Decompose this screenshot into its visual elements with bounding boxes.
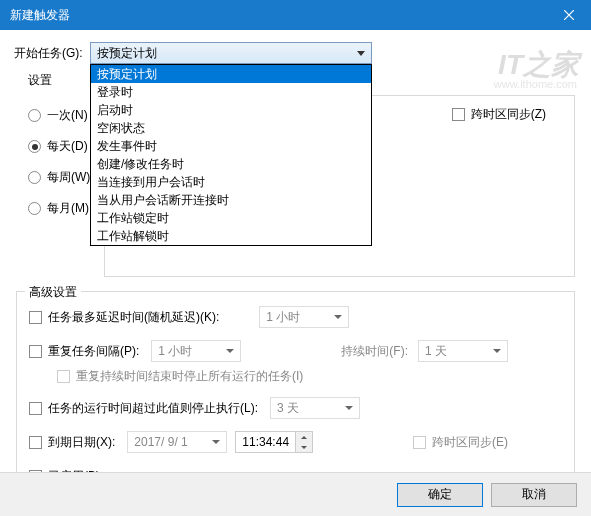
delay-label: 任务最多延迟时间(随机延迟)(K): (48, 309, 219, 326)
cancel-button[interactable]: 取消 (491, 483, 577, 507)
expire-time-spinner[interactable]: 11:34:44 (235, 431, 313, 453)
delay-combo[interactable]: 1 小时 (259, 306, 349, 328)
checkbox-icon (29, 311, 42, 324)
duration-combo[interactable]: 1 天 (418, 340, 508, 362)
chevron-down-icon (226, 349, 234, 353)
stop-at-end-checkbox (57, 370, 70, 383)
dropdown-option[interactable]: 工作站锁定时 (91, 209, 371, 227)
begin-task-label: 开始任务(G): (14, 45, 90, 62)
dropdown-option[interactable]: 当连接到用户会话时 (91, 173, 371, 191)
tz-sync-checkbox[interactable]: 跨时区同步(Z) (452, 106, 546, 123)
chevron-down-icon (357, 51, 365, 56)
duration-value: 1 天 (425, 343, 447, 360)
expire-time: 11:34:44 (236, 435, 295, 449)
expire-date-picker[interactable]: 2017/ 9/ 1 (127, 431, 227, 453)
checkbox-icon (29, 402, 42, 415)
dropdown-option[interactable]: 创建/修改任务时 (91, 155, 371, 173)
radio-icon (28, 140, 41, 153)
advanced-legend: 高级设置 (25, 284, 81, 301)
begin-task-dropdown-list: 按预定计划 登录时 启动时 空闲状态 发生事件时 创建/修改任务时 当连接到用户… (90, 64, 372, 246)
dropdown-option[interactable]: 启动时 (91, 101, 371, 119)
checkbox-icon (452, 108, 465, 121)
stop-after-combo[interactable]: 3 天 (270, 397, 360, 419)
radio-monthly-label: 每月(M) (47, 200, 89, 217)
delay-value: 1 小时 (266, 309, 300, 326)
repeat-checkbox[interactable]: 重复任务间隔(P): (29, 343, 151, 360)
radio-icon (28, 202, 41, 215)
radio-weekly-label: 每周(W) (47, 169, 90, 186)
stop-after-checkbox[interactable]: 任务的运行时间超过此值则停止执行(L): (29, 400, 270, 417)
spinner-up-icon[interactable] (296, 432, 312, 442)
delay-checkbox[interactable]: 任务最多延迟时间(随机延迟)(K): (29, 309, 231, 326)
stop-after-value: 3 天 (277, 400, 299, 417)
expire-checkbox[interactable]: 到期日期(X): (29, 434, 127, 451)
stop-after-label: 任务的运行时间超过此值则停止执行(L): (48, 400, 258, 417)
radio-once-label: 一次(N) (47, 107, 88, 124)
chevron-down-icon (334, 315, 342, 319)
stop-at-end-label: 重复持续时间结束时停止所有运行的任务(I) (76, 368, 303, 385)
chevron-down-icon (345, 406, 353, 410)
dropdown-option[interactable]: 按预定计划 (91, 65, 371, 83)
expire-date: 2017/ 9/ 1 (134, 435, 187, 449)
checkbox-icon (413, 436, 426, 449)
begin-task-dropdown[interactable]: 按预定计划 (90, 42, 372, 64)
duration-label: 持续时间(F): (341, 343, 408, 360)
dropdown-option[interactable]: 空闲状态 (91, 119, 371, 137)
close-icon (564, 10, 574, 20)
expire-label: 到期日期(X): (48, 434, 115, 451)
close-button[interactable] (546, 0, 591, 30)
checkbox-icon (29, 345, 42, 358)
expire-tz-checkbox: 跨时区同步(E) (413, 434, 508, 451)
radio-icon (28, 171, 41, 184)
expire-tz-label: 跨时区同步(E) (432, 434, 508, 451)
radio-daily-label: 每天(D) (47, 138, 88, 155)
ok-button[interactable]: 确定 (397, 483, 483, 507)
chevron-down-icon (212, 440, 220, 444)
dropdown-option[interactable]: 登录时 (91, 83, 371, 101)
repeat-interval-combo[interactable]: 1 小时 (151, 340, 241, 362)
dropdown-option[interactable]: 工作站解锁时 (91, 227, 371, 245)
checkbox-icon (29, 436, 42, 449)
begin-task-selected: 按预定计划 (97, 45, 157, 62)
window-title: 新建触发器 (10, 7, 546, 24)
chevron-down-icon (493, 349, 501, 353)
radio-icon (28, 109, 41, 122)
tz-sync-label: 跨时区同步(Z) (471, 106, 546, 123)
spinner-down-icon[interactable] (296, 442, 312, 452)
titlebar: 新建触发器 (0, 0, 591, 30)
repeat-label: 重复任务间隔(P): (48, 343, 139, 360)
repeat-value: 1 小时 (158, 343, 192, 360)
dropdown-option[interactable]: 当从用户会话断开连接时 (91, 191, 371, 209)
dropdown-option[interactable]: 发生事件时 (91, 137, 371, 155)
dialog-footer: 确定 取消 (0, 472, 591, 516)
